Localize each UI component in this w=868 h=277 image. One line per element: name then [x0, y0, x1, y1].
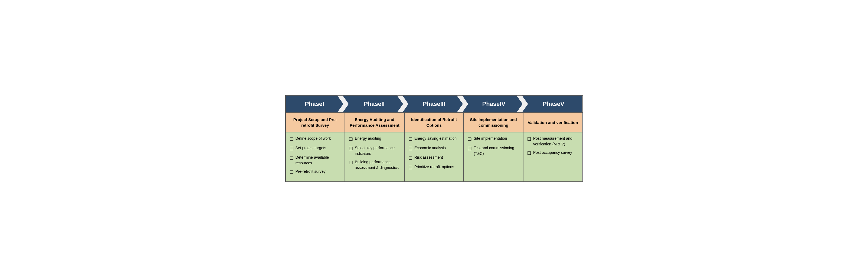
list-item-text: Energy saving estimation: [414, 136, 460, 141]
header-text-2: Energy Auditing and Performance Assessme…: [349, 117, 400, 128]
phase-label-1: PhaseI: [305, 100, 324, 107]
checklist-4: ❑Site implementation❑Test and commission…: [468, 136, 519, 156]
list-item-text: Set project targets: [296, 145, 341, 151]
list-item-text: Define scope of work: [296, 136, 341, 141]
phase-label-4: PhaseIV: [482, 100, 505, 107]
checklist-3: ❑Energy saving estimation❑Economic analy…: [408, 136, 460, 171]
list-item-text: Risk assessment: [414, 155, 460, 160]
checkbox-icon: ❑: [289, 155, 293, 161]
list-item-text: Post occupancy survey: [533, 150, 579, 155]
list-item: ❑Set project targets: [289, 145, 341, 152]
header-cell-5: Validation and verification: [523, 113, 583, 132]
header-cell-4: Site Implementation and commissioning: [464, 113, 523, 132]
list-item: ❑Test and commissioning (T&C): [468, 145, 519, 156]
list-item-text: Prioritize retrofit options: [414, 164, 460, 170]
body-cell-3: ❑Energy saving estimation❑Economic analy…: [405, 132, 464, 181]
checklist-1: ❑Define scope of work❑Set project target…: [289, 136, 341, 176]
header-text-5: Validation and verification: [528, 120, 578, 125]
checklist-2: ❑Energy auditing❑Select key performance …: [349, 136, 400, 171]
phases-row: PhaseIPhaseIIPhaseIIIPhaseIVPhaseV: [286, 96, 583, 112]
list-item: ❑Post occupancy survey: [527, 150, 579, 156]
list-item-text: Economic analysis: [414, 145, 460, 151]
list-item-text: Select key performance indicators: [355, 145, 400, 156]
checkbox-icon: ❑: [349, 159, 353, 166]
checkbox-icon: ❑: [527, 150, 531, 156]
phase-label-3: PhaseIII: [423, 100, 445, 107]
list-item: ❑Risk assessment: [408, 155, 460, 161]
list-item: ❑Select key performance indicators: [349, 145, 400, 156]
list-item-text: Site implementation: [474, 136, 519, 141]
body-cell-1: ❑Define scope of work❑Set project target…: [286, 132, 345, 181]
phase-label-5: PhaseV: [543, 100, 564, 107]
phase-arrow-5: PhaseV: [522, 96, 583, 112]
checkbox-icon: ❑: [349, 145, 353, 152]
header-text-4: Site Implementation and commissioning: [468, 117, 519, 128]
checklist-5: ❑Post measurement and verification (M & …: [527, 136, 579, 156]
list-item: ❑Economic analysis: [408, 145, 460, 152]
list-item-text: Pre-retrofit survey: [296, 169, 341, 174]
header-text-3: Identification of Retrofit Options: [408, 117, 460, 128]
checkbox-icon: ❑: [408, 145, 412, 152]
body-row: ❑Define scope of work❑Set project target…: [286, 132, 583, 181]
list-item-text: Building performance assessment & diagno…: [355, 159, 400, 171]
checkbox-icon: ❑: [349, 136, 353, 143]
header-cell-1: Project Setup and Pre-retrofit Survey: [286, 113, 345, 132]
checkbox-icon: ❑: [289, 136, 293, 143]
checkbox-icon: ❑: [408, 155, 412, 161]
list-item: ❑Determine available resources: [289, 155, 341, 166]
body-cell-5: ❑Post measurement and verification (M & …: [523, 132, 583, 181]
checkbox-icon: ❑: [468, 136, 471, 143]
checkbox-icon: ❑: [408, 164, 412, 171]
header-row: Project Setup and Pre-retrofit SurveyEne…: [286, 112, 583, 132]
phase-arrow-2: PhaseII: [343, 96, 403, 112]
header-cell-2: Energy Auditing and Performance Assessme…: [345, 113, 405, 132]
list-item: ❑Pre-retrofit survey: [289, 169, 341, 176]
phase-arrow-3: PhaseIII: [402, 96, 463, 112]
list-item: ❑Prioritize retrofit options: [408, 164, 460, 171]
checkbox-icon: ❑: [289, 169, 293, 176]
body-cell-4: ❑Site implementation❑Test and commission…: [464, 132, 523, 181]
list-item-text: Energy auditing: [355, 136, 400, 141]
list-item: ❑Define scope of work: [289, 136, 341, 143]
list-item: ❑Building performance assessment & diagn…: [349, 159, 400, 171]
phase-arrow-4: PhaseIV: [462, 96, 523, 112]
header-text-1: Project Setup and Pre-retrofit Survey: [289, 117, 341, 128]
phase-arrow-1: PhaseI: [286, 96, 343, 112]
checkbox-icon: ❑: [527, 136, 531, 143]
checkbox-icon: ❑: [289, 145, 293, 152]
list-item: ❑Post measurement and verification (M & …: [527, 136, 579, 147]
diagram-container: PhaseIPhaseIIPhaseIIIPhaseIVPhaseV Proje…: [285, 95, 583, 182]
list-item: ❑Energy auditing: [349, 136, 400, 143]
list-item-text: Test and commissioning (T&C): [474, 145, 519, 156]
list-item: ❑Site implementation: [468, 136, 519, 143]
list-item-text: Post measurement and verification (M & V…: [533, 136, 579, 147]
list-item: ❑Energy saving estimation: [408, 136, 460, 143]
header-cell-3: Identification of Retrofit Options: [405, 113, 464, 132]
checkbox-icon: ❑: [408, 136, 412, 143]
list-item-text: Determine available resources: [296, 155, 341, 166]
body-cell-2: ❑Energy auditing❑Select key performance …: [345, 132, 405, 181]
checkbox-icon: ❑: [468, 145, 471, 152]
phase-label-2: PhaseII: [364, 100, 384, 107]
